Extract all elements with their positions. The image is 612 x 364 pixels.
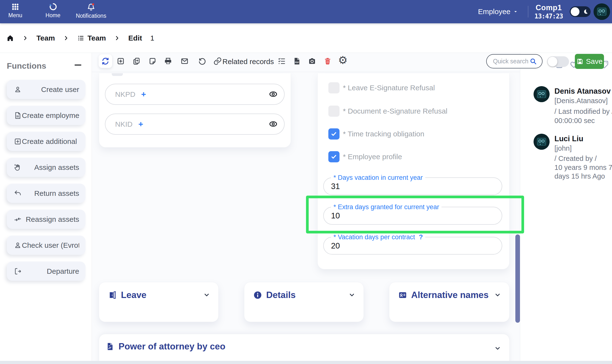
pdf-export-icon[interactable]: PDF <box>292 57 301 65</box>
home-breadcrumb-icon[interactable] <box>6 34 14 42</box>
function-label: Reassign assets <box>22 215 79 223</box>
user-avatar[interactable] <box>594 3 610 20</box>
home-button[interactable]: Home <box>46 2 60 19</box>
chevron-down-icon[interactable] <box>349 291 355 298</box>
search-icon[interactable] <box>530 57 537 65</box>
chevron-down-icon[interactable] <box>494 291 501 298</box>
document-icon <box>14 111 22 120</box>
modifier-meta: / Last modified by / <box>555 107 612 116</box>
time-tracking-checkbox[interactable] <box>328 128 340 140</box>
related-records-button[interactable]: Related records <box>222 57 274 66</box>
employee-profile-checkbox[interactable] <box>328 151 340 162</box>
nkid-add-button[interactable]: + <box>138 119 143 129</box>
bell-icon <box>86 2 96 12</box>
section-label: Leave <box>121 290 147 300</box>
chevron-right-icon <box>114 35 120 41</box>
nkid-field[interactable]: NKID + <box>105 114 285 135</box>
history-icon[interactable] <box>198 57 206 65</box>
add-record-icon[interactable] <box>116 57 125 65</box>
theme-toggle-knob <box>571 7 579 16</box>
assign-assets-button[interactable]: Assign assets <box>7 158 85 177</box>
section-label: Power of attorney by ceo <box>119 341 225 352</box>
functions-panel-title: Functions <box>7 61 46 71</box>
avatar <box>533 86 550 102</box>
checklist-icon[interactable] <box>277 57 286 65</box>
details-section-card[interactable]: Details <box>244 282 364 322</box>
view-toggle[interactable] <box>547 56 569 67</box>
svg-text:PDF: PDF <box>295 61 299 64</box>
avatar-image <box>533 134 550 150</box>
nkid-eye-icon[interactable] <box>268 119 278 129</box>
leave-section-card[interactable]: Leave <box>99 282 218 322</box>
creator-time: 10 years 9 mons 7 days 15 hrs Ago <box>555 163 612 181</box>
menu-button[interactable]: Menu <box>9 2 22 19</box>
departure-button[interactable]: Departure <box>7 262 85 281</box>
theme-toggle[interactable] <box>570 6 591 17</box>
door-icon <box>108 290 117 300</box>
check-icon <box>330 153 338 160</box>
collapse-panel-button[interactable] <box>75 65 81 65</box>
breadcrumb-team[interactable]: Team <box>36 34 55 42</box>
note-icon[interactable] <box>148 57 157 65</box>
nkpd-eye-icon[interactable] <box>268 89 278 99</box>
quick-search-input[interactable] <box>493 58 530 65</box>
hand-icon <box>14 163 22 171</box>
copy-icon[interactable] <box>132 57 141 65</box>
power-of-attorney-header: Power of attorney by ceo <box>105 341 225 352</box>
save-button[interactable]: Save <box>575 54 604 69</box>
nkpd-add-button[interactable]: + <box>141 90 146 99</box>
alternative-names-section-header: Alternative names <box>398 290 489 300</box>
create-employment-contract-button[interactable]: Create employment c <box>7 106 85 125</box>
checkbox-label: * Leave E-Signature Refusal <box>343 82 435 93</box>
attorney-doc-icon <box>105 342 115 351</box>
power-of-attorney-card[interactable]: Power of attorney by ceo <box>99 334 510 364</box>
check-user-button[interactable]: Check user (Evrotrus <box>7 236 85 255</box>
create-additional-agreement-button[interactable]: Create additional agr <box>7 132 85 151</box>
view-toggle-knob <box>548 57 557 66</box>
function-label: Check user (Evrotrus <box>22 241 79 249</box>
refresh-icon[interactable] <box>101 57 110 65</box>
home-label: Home <box>45 12 60 19</box>
link-icon[interactable] <box>213 57 222 65</box>
delete-trash-icon[interactable] <box>323 57 332 65</box>
document-esignature-checkbox[interactable] <box>328 105 340 117</box>
leave-esignature-checkbox[interactable] <box>328 82 340 93</box>
modifier-username: [Denis.Atanasov] <box>555 97 608 105</box>
creator-name: Luci Liu <box>555 134 583 143</box>
menu-label: Menu <box>8 12 22 19</box>
camera-icon[interactable] <box>308 57 316 65</box>
vacation-per-contract-field[interactable]: * Vacation days per contract? 20 <box>323 237 502 255</box>
notifications-button[interactable]: Notifications <box>76 2 106 19</box>
settings-gear-icon[interactable]: ⚙ <box>338 55 348 65</box>
highlight-annotation-box <box>306 195 524 234</box>
alternative-names-section-card[interactable]: Alternative names <box>389 282 510 322</box>
function-label: Assign assets <box>22 163 79 171</box>
chevron-down-icon[interactable] <box>203 291 210 298</box>
function-label: Create user <box>22 85 79 94</box>
breadcrumb: Team Team Edit 1 <box>6 23 154 53</box>
breadcrumb-bar: Team Team Edit 1 Save <box>0 23 612 53</box>
topbar-divider <box>528 6 528 17</box>
person-icon <box>14 85 22 94</box>
role-selector-dropdown[interactable]: Employee <box>478 8 518 16</box>
vertical-scrollbar[interactable] <box>515 234 520 323</box>
days-vacation-field[interactable]: * Days vacation in current year 31 <box>323 177 502 195</box>
nkpd-field[interactable]: NKPD + <box>105 84 285 105</box>
email-icon[interactable] <box>180 57 189 65</box>
reassign-assets-button[interactable]: Reassign assets <box>7 210 85 229</box>
modifier-name: Denis Atanasov <box>555 87 611 96</box>
print-icon[interactable] <box>164 57 172 65</box>
create-user-button[interactable]: Create user <box>7 80 85 99</box>
vacation-per-contract-value: 20 <box>331 241 340 250</box>
top-navigation-bar: Menu Home Notifications Employee Comp1 1… <box>0 0 612 23</box>
function-label: Create additional agr <box>22 137 79 146</box>
help-question-icon[interactable]: ? <box>419 234 423 241</box>
undo-arrow-icon <box>14 189 22 197</box>
notifications-label: Notifications <box>76 13 106 19</box>
breadcrumb-team-list[interactable]: Team <box>77 34 106 42</box>
return-assets-button[interactable]: Return assets <box>7 184 85 203</box>
avatar-image <box>533 86 550 102</box>
clock-display: 13:47:23 <box>534 13 563 20</box>
function-label: Return assets <box>22 189 79 197</box>
chevron-down-icon[interactable] <box>494 345 501 352</box>
